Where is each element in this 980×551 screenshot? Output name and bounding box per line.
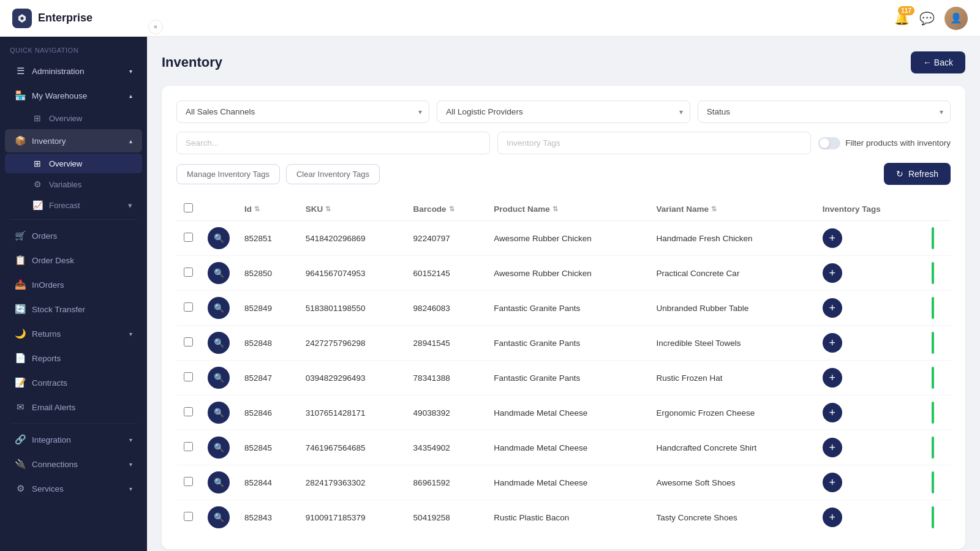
sidebar-item-my-warehouse[interactable]: 🏪 My Warehouse ▴ [5, 84, 142, 107]
returns-icon: 🌙 [15, 328, 26, 339]
col-variant-name[interactable]: Variant Name ⇅ [649, 197, 815, 221]
back-button[interactable]: ← Back [911, 51, 965, 73]
administration-icon: ☰ [15, 66, 26, 77]
row-checkbox[interactable] [184, 442, 193, 451]
search-row: Filter products with inventory [176, 132, 951, 154]
status-bar [932, 332, 934, 354]
inventory-card: All Sales Channels ▾ All Logistic Provid… [162, 86, 965, 549]
manage-inventory-tags-button[interactable]: Manage Inventory Tags [176, 164, 280, 184]
row-search-button[interactable]: 🔍 [208, 437, 230, 459]
sidebar-label-returns: Returns [32, 329, 61, 339]
row-search-button[interactable]: 🔍 [208, 367, 230, 389]
row-variant-name: Incredible Steel Towels [649, 326, 815, 361]
sidebar-item-returns[interactable]: 🌙 Returns ▾ [5, 322, 142, 345]
chevron-down-icon: ▾ [129, 68, 132, 75]
add-tag-button[interactable]: + [823, 368, 842, 388]
sidebar-item-order-desk[interactable]: 📋 Order Desk [5, 249, 142, 272]
row-sku: 2824179363302 [298, 465, 406, 500]
chevron-up-icon2: ▴ [129, 138, 132, 144]
sidebar-item-forecast[interactable]: 📈 Forecast ▾ [5, 195, 142, 215]
inv-overview-icon: ⊞ [32, 159, 43, 168]
row-checkbox[interactable] [184, 477, 193, 486]
col-product-name[interactable]: Product Name ⇅ [486, 197, 649, 221]
col-id[interactable]: Id ⇅ [237, 197, 298, 221]
row-barcode: 50419258 [406, 500, 487, 535]
row-tags-cell: + [815, 221, 921, 256]
row-variant-name: Unbranded Rubber Table [649, 291, 815, 326]
row-checkbox[interactable] [184, 407, 193, 416]
status-bar [932, 262, 934, 284]
add-tag-button[interactable]: + [823, 263, 842, 283]
sidebar-item-orders[interactable]: 🛒 Orders [5, 224, 142, 247]
sales-channels-select[interactable]: All Sales Channels [176, 100, 429, 123]
row-checkbox[interactable] [184, 268, 193, 277]
user-avatar[interactable]: 👤 [944, 7, 968, 30]
row-search-button[interactable]: 🔍 [208, 262, 230, 284]
sidebar-label-contracts: Contracts [32, 378, 67, 388]
row-id: 852849 [237, 291, 298, 326]
chat-icon[interactable]: 💬 [919, 11, 935, 26]
quick-nav-label: Quick Navigation [0, 37, 147, 59]
row-id: 852847 [237, 361, 298, 395]
row-search-button[interactable]: 🔍 [208, 297, 230, 319]
col-barcode[interactable]: Barcode ⇅ [406, 197, 487, 221]
select-all-checkbox[interactable] [184, 203, 193, 212]
row-search-button[interactable]: 🔍 [208, 332, 230, 354]
sidebar-item-services[interactable]: ⚙ Services ▾ [5, 477, 142, 500]
row-checkbox[interactable] [184, 337, 193, 347]
row-checkbox[interactable] [184, 233, 193, 242]
search-input[interactable] [176, 132, 490, 154]
row-checkbox-cell [176, 256, 200, 291]
sidebar-item-email-alerts[interactable]: ✉ Email Alerts [5, 395, 142, 419]
table-row: 🔍 852845 7461967564685 34354902 Handmade… [176, 430, 951, 465]
sidebar-item-inorders[interactable]: 📥 InOrders [5, 273, 142, 296]
row-checkbox[interactable] [184, 302, 193, 312]
logo-icon [12, 9, 32, 28]
add-tag-button[interactable]: + [823, 473, 842, 492]
table-row: 🔍 852850 9641567074953 60152145 Awesome … [176, 256, 951, 291]
row-product-name: Handmade Metal Cheese [486, 430, 649, 465]
inventory-tags-wrap [497, 132, 811, 154]
col-select-all[interactable] [176, 197, 200, 221]
row-checkbox[interactable] [184, 512, 193, 521]
col-inventory-tags: Inventory Tags [815, 197, 921, 221]
inventory-tags-input[interactable] [497, 132, 811, 154]
row-sku: 3107651428171 [298, 395, 406, 430]
add-tag-button[interactable]: + [823, 438, 842, 457]
add-tag-button[interactable]: + [823, 508, 842, 527]
row-status-bar-cell [921, 361, 951, 395]
row-checkbox[interactable] [184, 372, 193, 381]
sidebar-item-integration[interactable]: 🔗 Integration ▾ [5, 428, 142, 451]
sidebar-item-overview[interactable]: ⊞ Overview [5, 108, 142, 128]
add-tag-button[interactable]: + [823, 228, 842, 248]
barcode-sort-icon: ⇅ [449, 205, 454, 213]
refresh-button[interactable]: ↻ Refresh [884, 163, 951, 185]
sidebar-item-stock-transfer[interactable]: 🔄 Stock Transfer [5, 298, 142, 321]
row-search-button[interactable]: 🔍 [208, 227, 230, 249]
sidebar-item-variables[interactable]: ⚙ Variables [5, 174, 142, 194]
sidebar-collapse-button[interactable]: « [148, 20, 163, 34]
row-search-button[interactable]: 🔍 [208, 402, 230, 424]
notification-bell[interactable]: 🔔 117 [894, 11, 910, 26]
row-search-button[interactable]: 🔍 [208, 471, 230, 493]
logistic-providers-select[interactable]: All Logistic Providers [437, 100, 690, 123]
sidebar-item-administration[interactable]: ☰ Administration ▾ [5, 59, 142, 83]
sidebar-item-inventory[interactable]: 📦 Inventory ▴ [5, 129, 142, 152]
clear-inventory-tags-button[interactable]: Clear Inventory Tags [286, 164, 380, 184]
filter-toggle-switch[interactable] [818, 137, 840, 149]
row-status-bar-cell [921, 465, 951, 500]
add-tag-button[interactable]: + [823, 403, 842, 422]
row-barcode: 60152145 [406, 256, 487, 291]
add-tag-button[interactable]: + [823, 333, 842, 353]
row-tags-cell: + [815, 256, 921, 291]
row-status-bar-cell [921, 430, 951, 465]
row-search-button[interactable]: 🔍 [208, 506, 230, 528]
sidebar-item-inventory-overview[interactable]: ⊞ Overview [5, 154, 142, 173]
row-checkbox-cell [176, 465, 200, 500]
sidebar-item-reports[interactable]: 📄 Reports [5, 347, 142, 370]
add-tag-button[interactable]: + [823, 298, 842, 318]
col-sku[interactable]: SKU ⇅ [298, 197, 406, 221]
sidebar-item-contracts[interactable]: 📝 Contracts [5, 371, 142, 394]
sidebar-item-connections[interactable]: 🔌 Connections ▾ [5, 452, 142, 476]
status-select[interactable]: Status [698, 100, 951, 123]
